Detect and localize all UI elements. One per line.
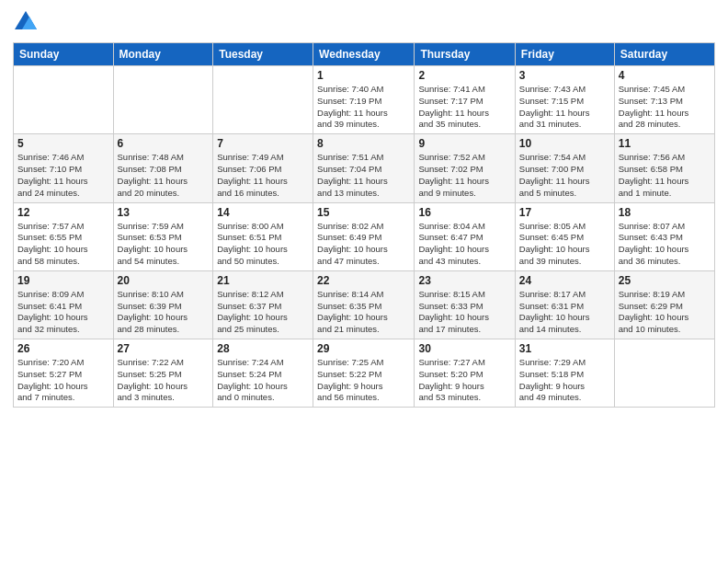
- calendar-cell: 31Sunrise: 7:29 AMSunset: 5:18 PMDayligh…: [515, 339, 614, 408]
- weekday-header-row: Sunday Monday Tuesday Wednesday Thursday…: [14, 43, 715, 66]
- day-number: 30: [418, 342, 510, 355]
- day-info: Sunrise: 8:10 AMSunset: 6:39 PMDaylight:…: [118, 289, 210, 336]
- calendar-cell: 22Sunrise: 8:14 AMSunset: 6:35 PMDayligh…: [313, 270, 415, 339]
- day-number: 24: [519, 274, 610, 287]
- calendar-cell: 19Sunrise: 8:09 AMSunset: 6:41 PMDayligh…: [14, 270, 114, 339]
- day-info: Sunrise: 8:19 AMSunset: 6:29 PMDaylight:…: [619, 289, 711, 336]
- calendar-cell: 2Sunrise: 7:41 AMSunset: 7:17 PMDaylight…: [415, 66, 515, 134]
- calendar-cell: 29Sunrise: 7:25 AMSunset: 5:22 PMDayligh…: [313, 339, 415, 408]
- day-number: 18: [619, 206, 711, 219]
- calendar-cell: 26Sunrise: 7:20 AMSunset: 5:27 PMDayligh…: [14, 339, 114, 408]
- calendar-cell: [14, 66, 114, 134]
- calendar-cell: 4Sunrise: 7:45 AMSunset: 7:13 PMDaylight…: [614, 66, 714, 134]
- day-info: Sunrise: 7:24 AMSunset: 5:24 PMDaylight:…: [217, 357, 309, 404]
- calendar-cell: 18Sunrise: 8:07 AMSunset: 6:43 PMDayligh…: [614, 202, 714, 270]
- calendar-cell: 15Sunrise: 8:02 AMSunset: 6:49 PMDayligh…: [313, 202, 415, 270]
- header-monday: Monday: [113, 43, 213, 66]
- day-number: 2: [418, 69, 510, 82]
- day-number: 7: [217, 137, 309, 150]
- calendar-cell: 24Sunrise: 8:17 AMSunset: 6:31 PMDayligh…: [515, 270, 614, 339]
- header-sunday: Sunday: [14, 43, 114, 66]
- header-thursday: Thursday: [415, 43, 515, 66]
- day-number: 20: [118, 274, 210, 287]
- calendar-week-2: 5Sunrise: 7:46 AMSunset: 7:10 PMDaylight…: [14, 134, 715, 202]
- day-info: Sunrise: 7:40 AMSunset: 7:19 PMDaylight:…: [317, 84, 410, 131]
- day-info: Sunrise: 8:07 AMSunset: 6:43 PMDaylight:…: [619, 221, 711, 268]
- calendar-week-5: 26Sunrise: 7:20 AMSunset: 5:27 PMDayligh…: [14, 339, 715, 408]
- day-number: 6: [118, 137, 210, 150]
- header-wednesday: Wednesday: [313, 43, 415, 66]
- calendar-cell: 9Sunrise: 7:52 AMSunset: 7:02 PMDaylight…: [415, 134, 515, 202]
- day-info: Sunrise: 8:15 AMSunset: 6:33 PMDaylight:…: [418, 289, 510, 336]
- calendar-cell: 21Sunrise: 8:12 AMSunset: 6:37 PMDayligh…: [213, 270, 313, 339]
- day-info: Sunrise: 7:57 AMSunset: 6:55 PMDaylight:…: [17, 221, 109, 268]
- day-info: Sunrise: 7:49 AMSunset: 7:06 PMDaylight:…: [217, 152, 309, 199]
- day-info: Sunrise: 7:52 AMSunset: 7:02 PMDaylight:…: [418, 152, 510, 199]
- calendar-cell: [614, 339, 714, 408]
- day-info: Sunrise: 7:51 AMSunset: 7:04 PMDaylight:…: [317, 152, 410, 199]
- day-number: 21: [217, 274, 309, 287]
- calendar-cell: [213, 66, 313, 134]
- day-number: 31: [519, 342, 610, 355]
- day-info: Sunrise: 7:41 AMSunset: 7:17 PMDaylight:…: [418, 84, 510, 131]
- calendar-cell: 8Sunrise: 7:51 AMSunset: 7:04 PMDaylight…: [313, 134, 415, 202]
- day-number: 26: [17, 342, 109, 355]
- day-info: Sunrise: 8:09 AMSunset: 6:41 PMDaylight:…: [17, 289, 109, 336]
- day-info: Sunrise: 7:20 AMSunset: 5:27 PMDaylight:…: [17, 357, 109, 404]
- header-friday: Friday: [515, 43, 614, 66]
- day-info: Sunrise: 7:22 AMSunset: 5:25 PMDaylight:…: [118, 357, 210, 404]
- day-number: 1: [317, 69, 410, 82]
- calendar-cell: 27Sunrise: 7:22 AMSunset: 5:25 PMDayligh…: [113, 339, 213, 408]
- logo: [13, 9, 42, 35]
- day-number: 3: [519, 69, 610, 82]
- calendar-week-3: 12Sunrise: 7:57 AMSunset: 6:55 PMDayligh…: [14, 202, 715, 270]
- calendar-cell: 25Sunrise: 8:19 AMSunset: 6:29 PMDayligh…: [614, 270, 714, 339]
- calendar-cell: 23Sunrise: 8:15 AMSunset: 6:33 PMDayligh…: [415, 270, 515, 339]
- day-number: 4: [619, 69, 711, 82]
- calendar-cell: 10Sunrise: 7:54 AMSunset: 7:00 PMDayligh…: [515, 134, 614, 202]
- calendar-cell: 12Sunrise: 7:57 AMSunset: 6:55 PMDayligh…: [14, 202, 114, 270]
- header-tuesday: Tuesday: [213, 43, 313, 66]
- calendar-cell: 16Sunrise: 8:04 AMSunset: 6:47 PMDayligh…: [415, 202, 515, 270]
- day-info: Sunrise: 7:59 AMSunset: 6:53 PMDaylight:…: [118, 221, 210, 268]
- calendar-cell: 1Sunrise: 7:40 AMSunset: 7:19 PMDaylight…: [313, 66, 415, 134]
- calendar-cell: 20Sunrise: 8:10 AMSunset: 6:39 PMDayligh…: [113, 270, 213, 339]
- calendar-container: Sunday Monday Tuesday Wednesday Thursday…: [0, 0, 728, 563]
- day-info: Sunrise: 8:17 AMSunset: 6:31 PMDaylight:…: [519, 289, 610, 336]
- calendar-cell: 7Sunrise: 7:49 AMSunset: 7:06 PMDaylight…: [213, 134, 313, 202]
- day-number: 11: [619, 137, 711, 150]
- day-info: Sunrise: 8:02 AMSunset: 6:49 PMDaylight:…: [317, 221, 410, 268]
- day-info: Sunrise: 7:54 AMSunset: 7:00 PMDaylight:…: [519, 152, 610, 199]
- calendar-body: 1Sunrise: 7:40 AMSunset: 7:19 PMDaylight…: [14, 66, 715, 408]
- day-number: 13: [118, 206, 210, 219]
- day-number: 12: [17, 206, 109, 219]
- day-number: 5: [17, 137, 109, 150]
- day-info: Sunrise: 8:14 AMSunset: 6:35 PMDaylight:…: [317, 289, 410, 336]
- calendar-cell: 28Sunrise: 7:24 AMSunset: 5:24 PMDayligh…: [213, 339, 313, 408]
- day-info: Sunrise: 7:46 AMSunset: 7:10 PMDaylight:…: [17, 152, 109, 199]
- calendar-table: Sunday Monday Tuesday Wednesday Thursday…: [13, 42, 715, 408]
- day-number: 28: [217, 342, 309, 355]
- calendar-week-1: 1Sunrise: 7:40 AMSunset: 7:19 PMDaylight…: [14, 66, 715, 134]
- calendar-week-4: 19Sunrise: 8:09 AMSunset: 6:41 PMDayligh…: [14, 270, 715, 339]
- day-number: 17: [519, 206, 610, 219]
- day-info: Sunrise: 7:29 AMSunset: 5:18 PMDaylight:…: [519, 357, 610, 404]
- calendar-cell: [113, 66, 213, 134]
- day-info: Sunrise: 8:12 AMSunset: 6:37 PMDaylight:…: [217, 289, 309, 336]
- day-info: Sunrise: 7:27 AMSunset: 5:20 PMDaylight:…: [418, 357, 510, 404]
- day-info: Sunrise: 7:25 AMSunset: 5:22 PMDaylight:…: [317, 357, 410, 404]
- header: [13, 9, 715, 35]
- calendar-cell: 5Sunrise: 7:46 AMSunset: 7:10 PMDaylight…: [14, 134, 114, 202]
- day-number: 9: [418, 137, 510, 150]
- logo-icon: [13, 9, 39, 35]
- calendar-cell: 3Sunrise: 7:43 AMSunset: 7:15 PMDaylight…: [515, 66, 614, 134]
- day-number: 14: [217, 206, 309, 219]
- calendar-cell: 13Sunrise: 7:59 AMSunset: 6:53 PMDayligh…: [113, 202, 213, 270]
- calendar-cell: 14Sunrise: 8:00 AMSunset: 6:51 PMDayligh…: [213, 202, 313, 270]
- day-info: Sunrise: 8:00 AMSunset: 6:51 PMDaylight:…: [217, 221, 309, 268]
- day-info: Sunrise: 7:43 AMSunset: 7:15 PMDaylight:…: [519, 84, 610, 131]
- day-number: 10: [519, 137, 610, 150]
- calendar-cell: 17Sunrise: 8:05 AMSunset: 6:45 PMDayligh…: [515, 202, 614, 270]
- day-number: 16: [418, 206, 510, 219]
- day-info: Sunrise: 8:05 AMSunset: 6:45 PMDaylight:…: [519, 221, 610, 268]
